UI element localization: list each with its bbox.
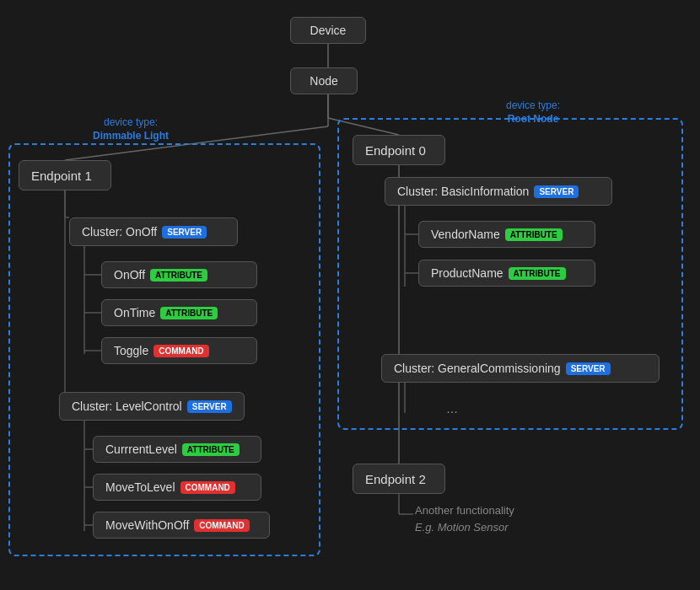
server-badge-basic: SERVER	[534, 185, 579, 198]
attribute-badge-vendorname: ATTRIBUTE	[505, 228, 563, 241]
command-badge-movetolevel: COMMAND	[180, 481, 235, 494]
toggle-command: Toggle COMMAND	[101, 337, 257, 364]
attribute-badge-ontime: ATTRIBUTE	[160, 307, 218, 319]
attribute-badge-currentlevel: ATTRIBUTE	[182, 443, 240, 456]
cluster-onoff: Cluster: OnOff SERVER	[69, 217, 238, 246]
command-badge-toggle: COMMAND	[153, 345, 208, 357]
endpoint-1: Endpoint 1	[19, 160, 111, 190]
dimmable-light-label: device type: Dimmable Light	[93, 116, 169, 142]
server-badge-onoff: SERVER	[162, 226, 207, 239]
server-badge-general: SERVER	[566, 362, 611, 375]
movetolevel-command: MoveToLevel COMMAND	[93, 474, 261, 501]
server-badge-level: SERVER	[187, 400, 232, 413]
ontime-attribute: OnTime ATTRIBUTE	[101, 299, 257, 326]
dots-indicator: ...	[447, 401, 458, 416]
currentlevel-attribute: CurrrentLevel ATTRIBUTE	[93, 436, 261, 463]
attribute-badge-onoff: ATTRIBUTE	[150, 269, 207, 282]
command-badge-movewithonoff: COMMAND	[194, 519, 249, 532]
cluster-basicinfo: Cluster: BasicInformation SERVER	[385, 177, 612, 206]
root-node-label: device type: Root Node	[506, 99, 560, 126]
cluster-generalcommissioning: Cluster: GeneralCommissioning SERVER	[381, 354, 660, 383]
productname-attribute: ProductName ATTRIBUTE	[418, 260, 595, 287]
endpoint-0: Endpoint 0	[353, 135, 445, 165]
diagram: device type: Dimmable Light device type:…	[0, 0, 700, 590]
device-node: Device	[290, 17, 366, 44]
endpoint-2: Endpoint 2	[353, 464, 445, 494]
attribute-badge-productname: ATTRIBUTE	[509, 267, 566, 280]
onoff-attribute: OnOff ATTRIBUTE	[101, 261, 257, 288]
endpoint2-note: Another functionality E.g. Motion Sensor	[415, 502, 514, 535]
movewithonoff-command: MoveWithOnOff COMMAND	[93, 512, 270, 539]
cluster-levelcontrol: Cluster: LevelControl SERVER	[59, 392, 245, 421]
vendorname-attribute: VendorName ATTRIBUTE	[418, 221, 595, 248]
node-node: Node	[290, 67, 358, 94]
